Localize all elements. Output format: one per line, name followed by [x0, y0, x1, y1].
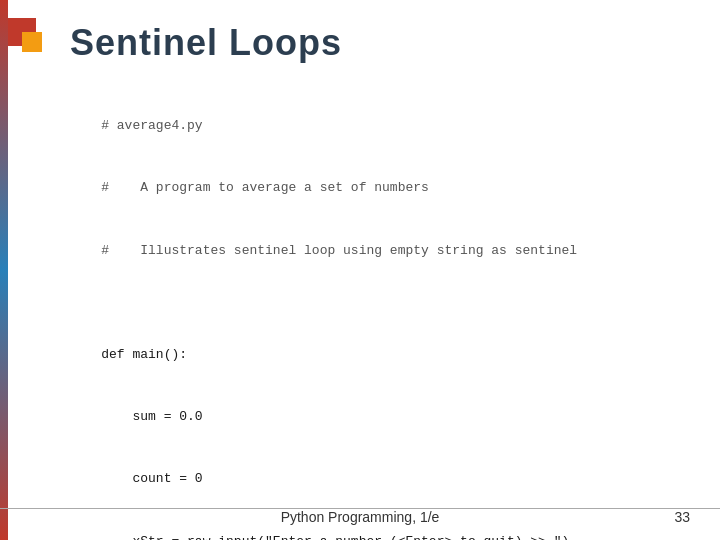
- code-line-4: xStr = raw_input("Enter a number (<Enter…: [101, 534, 569, 540]
- code-block: # average4.py # A program to average a s…: [70, 95, 690, 540]
- slide-title: Sentinel Loops: [70, 22, 342, 64]
- footer-center-text: Python Programming, 1/e: [281, 509, 440, 525]
- footer-page-number: 33: [610, 509, 690, 525]
- content-area: # average4.py # A program to average a s…: [70, 95, 690, 540]
- accent-bar: [0, 0, 8, 540]
- comment-line-3: # Illustrates sentinel loop using empty …: [101, 243, 577, 258]
- footer: Python Programming, 1/e 33: [0, 508, 720, 525]
- deco-square-gold: [22, 32, 42, 52]
- comment-line-1: # average4.py: [101, 118, 202, 133]
- title-area: Sentinel Loops: [70, 22, 342, 64]
- code-line-2: sum = 0.0: [101, 409, 202, 424]
- code-line-1: def main():: [101, 347, 187, 362]
- comment-line-2: # A program to average a set of numbers: [101, 180, 429, 195]
- code-line-3: count = 0: [101, 471, 202, 486]
